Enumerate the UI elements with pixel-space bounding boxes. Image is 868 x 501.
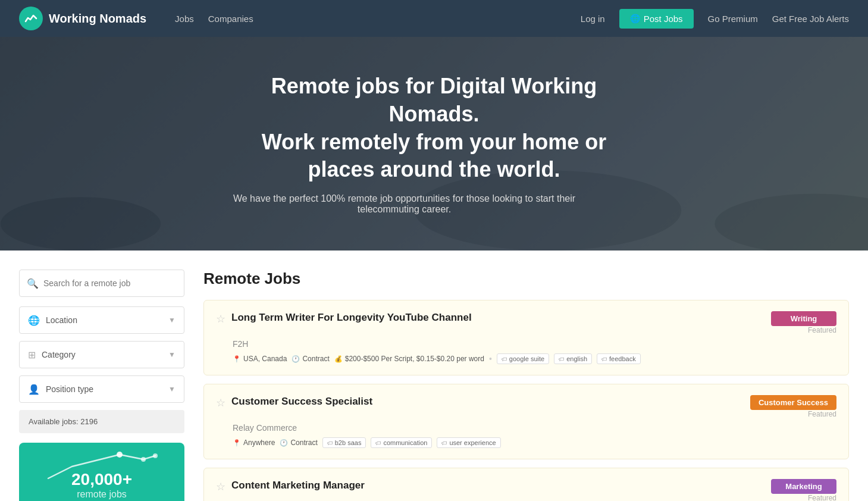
position-type-dropdown[interactable]: 👤 Position type ▼ <box>19 375 184 403</box>
job-title[interactable]: Long Term Writer For Longevity YouTube C… <box>231 311 472 324</box>
navbar: Working Nomads Jobs Companies Log in 🌐 P… <box>0 0 868 37</box>
nav-companies[interactable]: Companies <box>208 14 253 24</box>
job-card: ☆ Content Marketing Manager Marketing Fe… <box>203 468 849 501</box>
star-icon[interactable]: ☆ <box>216 312 225 325</box>
star-icon[interactable]: ☆ <box>216 396 225 409</box>
available-jobs-count: Available jobs: 2196 <box>19 410 184 433</box>
position-icon: 👤 <box>28 384 40 395</box>
location-pin-icon: 📍 <box>233 355 241 363</box>
job-tag[interactable]: 🏷english <box>554 353 592 364</box>
hero-content: Remote jobs for Digital Working Nomads. … <box>226 73 643 215</box>
job-card-header: ☆ Long Term Writer For Longevity YouTube… <box>216 311 836 334</box>
job-title[interactable]: Content Marketing Manager <box>231 479 365 492</box>
brand-logo <box>19 7 43 30</box>
contract-meta: 🕐 Contract <box>280 439 317 447</box>
tag-icon: 🏷 <box>502 356 507 362</box>
clock-icon: 🕐 <box>280 439 288 447</box>
svg-point-2 <box>153 453 158 458</box>
jobs-title: Remote Jobs <box>203 270 849 288</box>
chevron-down-icon-2: ▼ <box>168 350 176 359</box>
category-icon: ⊞ <box>28 349 36 361</box>
brand-link[interactable]: Working Nomads <box>19 7 146 30</box>
location-meta: 📍 Anywhere <box>233 439 275 447</box>
post-jobs-button[interactable]: 🌐 Post Jobs <box>619 9 694 29</box>
sidebar: 🔍 🌐 Location ▼ ⊞ Category ▼ 👤 Position t… <box>19 270 203 501</box>
job-title-row: ☆ Content Marketing Manager <box>216 479 762 493</box>
nav-premium[interactable]: Go Premium <box>708 14 758 24</box>
jobs-section: Remote Jobs ☆ Long Term Writer For Longe… <box>203 270 849 501</box>
svg-point-0 <box>117 452 123 458</box>
featured-label: Featured <box>771 326 836 334</box>
chevron-down-icon-3: ▼ <box>168 385 176 393</box>
job-category-badge[interactable]: Marketing <box>771 479 836 494</box>
svg-point-1 <box>141 457 146 462</box>
position-type-label: Position type <box>46 384 162 394</box>
nav-jobs[interactable]: Jobs <box>175 14 194 24</box>
contract-meta: 🕐 Contract <box>292 355 329 363</box>
main-content: 🔍 🌐 Location ▼ ⊞ Category ▼ 👤 Position t… <box>0 250 868 501</box>
job-tag[interactable]: 🏷feedback <box>597 353 641 364</box>
job-category-badge[interactable]: Writing <box>771 311 836 326</box>
tag-icon: 🏷 <box>327 440 333 446</box>
category-label: Category <box>42 350 162 359</box>
dot-separator: • <box>489 354 492 364</box>
clock-icon: 🕐 <box>292 355 300 363</box>
job-tag[interactable]: 🏷google suite <box>497 353 549 364</box>
search-box[interactable]: 🔍 <box>19 270 184 297</box>
chevron-down-icon: ▼ <box>168 316 176 324</box>
location-icon: 🌐 <box>28 315 40 326</box>
featured-label: Featured <box>750 410 836 418</box>
location-pin-icon: 📍 <box>233 439 241 447</box>
globe-icon: 🌐 <box>630 14 640 23</box>
job-category-col: Customer Success Featured <box>750 395 836 418</box>
job-tag[interactable]: 🏷communication <box>371 437 432 448</box>
tag-icon: 🏷 <box>375 440 381 446</box>
nav-login[interactable]: Log in <box>581 14 605 24</box>
hero-section: Remote jobs for Digital Working Nomads. … <box>0 37 868 250</box>
hero-subtext: We have the perfect 100% remote job oppo… <box>226 193 583 215</box>
job-card-header: ☆ Content Marketing Manager Marketing Fe… <box>216 479 836 501</box>
job-card: ☆ Long Term Writer For Longevity YouTube… <box>203 300 849 375</box>
job-meta: 📍 USA, Canada 🕐 Contract 💰 $200-$500 Per… <box>233 353 836 364</box>
promo-text: remote jobs <box>77 489 127 500</box>
job-category-badge[interactable]: Customer Success <box>750 395 836 410</box>
featured-label: Featured <box>771 494 836 501</box>
salary-icon: 💰 <box>334 355 343 363</box>
category-dropdown[interactable]: ⊞ Category ▼ <box>19 341 184 368</box>
tag-icon: 🏷 <box>601 356 607 362</box>
search-input[interactable] <box>43 278 177 288</box>
job-category-col: Marketing Featured <box>771 479 836 501</box>
promo-card: 20,000+ remote jobs <box>19 443 184 501</box>
location-meta: 📍 USA, Canada <box>233 355 287 363</box>
job-title-row: ☆ Customer Success Specialist <box>216 395 741 409</box>
salary-meta: 💰 $200-$500 Per Script, $0.15-$0.20 per … <box>334 355 484 363</box>
job-tag[interactable]: 🏷b2b saas <box>322 437 366 448</box>
job-card: ☆ Customer Success Specialist Customer S… <box>203 384 849 459</box>
navbar-right: Log in 🌐 Post Jobs Go Premium Get Free J… <box>581 9 849 29</box>
jobs-list: ☆ Long Term Writer For Longevity YouTube… <box>203 300 849 501</box>
nav-alerts[interactable]: Get Free Job Alerts <box>772 14 849 24</box>
job-company: Relay Commerce <box>233 423 836 433</box>
tag-icon: 🏷 <box>559 356 565 362</box>
job-company: F2H <box>233 339 836 349</box>
job-tag[interactable]: 🏷user experience <box>437 437 500 448</box>
brand-name: Working Nomads <box>49 12 146 26</box>
promo-chart-icon <box>42 449 161 484</box>
job-title[interactable]: Customer Success Specialist <box>231 395 372 408</box>
search-icon: 🔍 <box>27 278 39 289</box>
job-title-row: ☆ Long Term Writer For Longevity YouTube… <box>216 311 762 325</box>
star-icon[interactable]: ☆ <box>216 480 225 493</box>
location-dropdown[interactable]: 🌐 Location ▼ <box>19 306 184 334</box>
job-meta: 📍 Anywhere 🕐 Contract 🏷b2b saas 🏷communi… <box>233 437 836 448</box>
job-category-col: Writing Featured <box>771 311 836 334</box>
job-card-header: ☆ Customer Success Specialist Customer S… <box>216 395 836 418</box>
tag-icon: 🏷 <box>441 440 447 446</box>
hero-heading: Remote jobs for Digital Working Nomads. … <box>226 73 643 184</box>
location-label: Location <box>46 315 162 325</box>
nav-links: Jobs Companies <box>175 14 253 24</box>
